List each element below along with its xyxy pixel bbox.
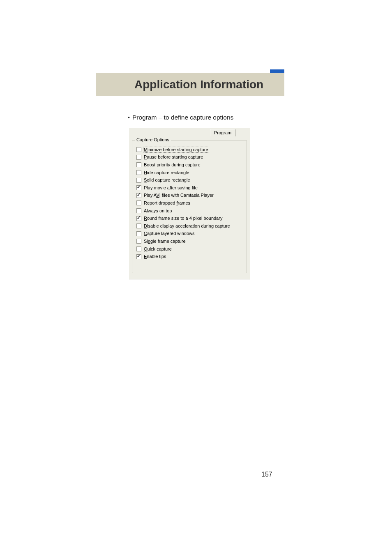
option-label[interactable]: Play movie after saving file (144, 185, 198, 191)
option-label[interactable]: Pause before starting capture (144, 154, 203, 160)
group-legend: Capture Options (136, 137, 170, 142)
option-label[interactable]: Boost priority during capture (144, 162, 201, 168)
option-row[interactable]: Quick capture (136, 245, 243, 253)
option-row[interactable]: Capture layered windows (136, 230, 243, 238)
option-label[interactable]: Quick capture (144, 246, 172, 252)
checkbox[interactable] (136, 208, 141, 213)
section-title: Application Information (96, 78, 263, 91)
tab-row: Program (129, 129, 250, 138)
option-label[interactable]: Always on top (144, 208, 172, 214)
checkbox[interactable] (136, 200, 141, 205)
option-row[interactable]: Pause before starting capture (136, 154, 243, 161)
option-row[interactable]: Single frame capture (136, 237, 243, 245)
option-label[interactable]: Solid capture rectangle (144, 177, 190, 183)
checkbox[interactable] (136, 223, 141, 228)
option-label[interactable]: Round frame size to a 4 pixel boundary (144, 216, 222, 221)
option-row[interactable]: Hide capture rectangle (136, 169, 243, 177)
checkbox[interactable] (136, 246, 141, 251)
options-list: Minimize before starting capturePause be… (136, 146, 243, 260)
checkbox[interactable] (136, 170, 141, 175)
options-dialog-screenshot: Program Capture Options Minimize before … (129, 128, 250, 279)
document-page: Application Information • Program – to d… (0, 0, 392, 555)
option-row[interactable]: Play AVI files with Camtasia Player (136, 192, 243, 200)
checkbox[interactable] (136, 185, 141, 190)
checkbox[interactable] (136, 178, 141, 183)
option-row[interactable]: Always on top (136, 207, 243, 215)
option-label[interactable]: Minimize before starting capture (143, 147, 209, 153)
option-row[interactable]: Solid capture rectangle (136, 176, 243, 184)
option-row[interactable]: Round frame size to a 4 pixel boundary (136, 214, 243, 222)
checkbox[interactable] (136, 162, 141, 167)
option-row[interactable]: Play movie after saving file (136, 184, 243, 192)
tab-label: Program (214, 130, 231, 135)
option-label[interactable]: Single frame capture (144, 239, 186, 244)
checkbox[interactable] (136, 254, 141, 259)
option-row[interactable]: Report dropped frames (136, 199, 243, 207)
checkbox[interactable] (136, 239, 141, 244)
option-label[interactable]: Hide capture rectangle (144, 170, 189, 175)
checkbox[interactable] (136, 231, 141, 236)
checkbox[interactable] (136, 193, 141, 198)
option-row[interactable]: Minimize before starting capture (136, 146, 243, 154)
option-row[interactable]: Boost priority during capture (136, 161, 243, 169)
checkbox[interactable] (136, 147, 141, 152)
capture-options-group: Capture Options Minimize before starting… (132, 140, 247, 273)
page-number: 157 (261, 471, 272, 478)
tab-program[interactable]: Program (210, 129, 235, 136)
option-row[interactable]: Enable tips (136, 253, 243, 260)
checkbox[interactable] (136, 155, 141, 160)
bullet-item: • Program – to define capture options (128, 114, 233, 121)
checkbox[interactable] (136, 216, 141, 221)
option-label[interactable]: Enable tips (144, 254, 166, 259)
option-label[interactable]: Capture layered windows (144, 231, 195, 236)
option-label[interactable]: Play AVI files with Camtasia Player (144, 193, 214, 198)
option-label[interactable]: Disable display acceleration during capt… (144, 223, 230, 229)
section-header: Application Information (96, 73, 284, 96)
option-row[interactable]: Disable display acceleration during capt… (136, 222, 243, 230)
option-label[interactable]: Report dropped frames (144, 200, 190, 206)
bullet-text: Program – to define capture options (132, 114, 233, 121)
bullet-dot-icon: • (128, 115, 130, 120)
